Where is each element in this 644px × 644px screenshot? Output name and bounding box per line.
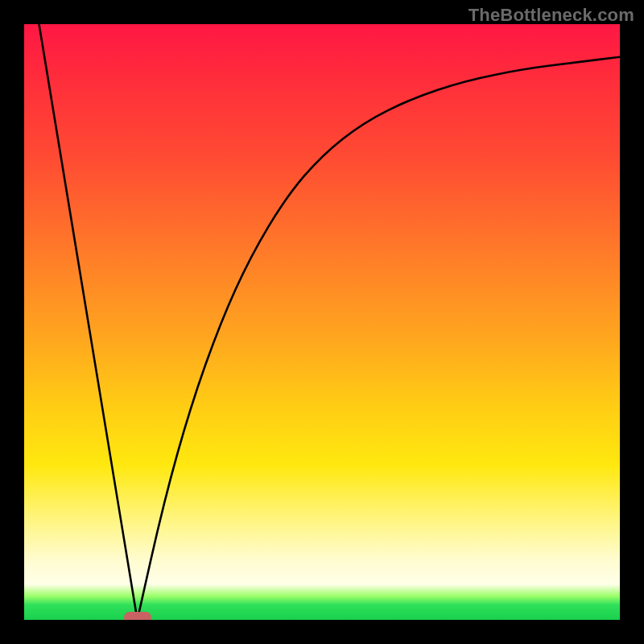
- plot-area: [24, 24, 620, 620]
- chart-frame: TheBottleneck.com: [0, 0, 644, 644]
- watermark-text: TheBottleneck.com: [469, 5, 634, 26]
- bottleneck-curve: [39, 24, 621, 620]
- bottleneck-marker-pill: [124, 612, 151, 620]
- curve-svg: [24, 24, 620, 620]
